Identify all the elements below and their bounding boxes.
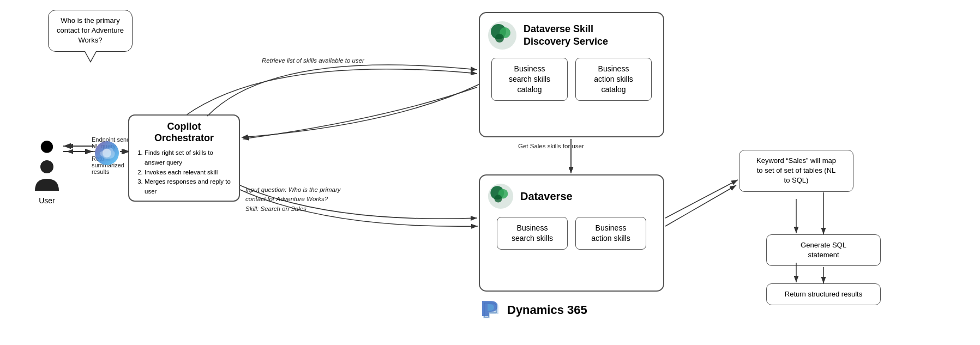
speech-bubble-text: Who is the primary contact for Adventure… <box>57 16 124 44</box>
dataverse-logo-top <box>488 21 517 50</box>
speech-bubble: Who is the primary contact for Adventure… <box>48 10 133 52</box>
return-structured-box: Return structured results <box>766 283 881 305</box>
svg-point-10 <box>40 160 53 173</box>
orchestrator-box: CopilotOrchestrator Finds right set of s… <box>128 114 240 202</box>
dataverse-header: Dataverse <box>488 183 656 209</box>
dataverse-box: Dataverse Businesssearch skills Business… <box>479 174 664 292</box>
business-action-skills-catalog: Businessaction skillscatalog <box>575 58 652 101</box>
generate-sql-box: Generate SQLstatement <box>766 234 881 266</box>
svg-line-25 <box>665 180 738 218</box>
keyword-sales-box: Keyword “Sales” will mapto set of set of… <box>739 150 853 192</box>
dsds-box: Dataverse SkillDiscovery Service Busines… <box>479 12 664 137</box>
user-figure <box>33 159 61 192</box>
business-search-skills: Businesssearch skills <box>497 217 568 250</box>
user-label: User <box>33 196 61 205</box>
svg-point-16 <box>495 34 504 43</box>
dsds-header: Dataverse SkillDiscovery Service <box>488 21 656 50</box>
dataverse-title: Dataverse <box>520 190 573 203</box>
dsds-catalogs: Businesssearch skillscatalog Businessact… <box>488 58 656 101</box>
svg-point-12 <box>103 149 111 158</box>
svg-point-20 <box>494 195 502 202</box>
retrieve-arrow-label: Retrieve list of skills available to use… <box>262 57 364 64</box>
orchestrator-list: Finds right set of skills to answer quer… <box>136 148 232 197</box>
orchestrator-item-1: Finds right set of skills to answer quer… <box>145 148 232 168</box>
user-icon: ● <box>33 131 61 159</box>
copilot-icon <box>94 140 120 166</box>
svg-line-7 <box>665 185 736 226</box>
dataverse-logo-bottom <box>488 183 514 209</box>
dataverse-skills: Businesssearch skills Businessaction ski… <box>488 217 656 250</box>
orchestrator-item-3: Merges responses and reply to user <box>145 177 232 197</box>
input-question-label: Input question: Who is the primarycontac… <box>245 185 341 214</box>
orchestrator-title: CopilotOrchestrator <box>154 121 214 144</box>
orchestrator-item-2: Invokes each relevant skill <box>145 168 232 178</box>
dynamics-365-text: Dynamics 365 <box>507 303 587 317</box>
get-sales-label: Get Sales skills for user <box>518 143 584 149</box>
user-section: ● User <box>33 131 61 205</box>
business-action-skills: Businessaction skills <box>575 217 646 250</box>
dynamics-365-label: Dynamics 365 <box>479 299 587 322</box>
diagram: Who is the primary contact for Adventure… <box>0 0 980 345</box>
business-search-skills-catalog: Businesssearch skillscatalog <box>491 58 568 101</box>
dynamics-logo <box>479 299 502 322</box>
dsds-title: Dataverse SkillDiscovery Service <box>524 23 608 49</box>
